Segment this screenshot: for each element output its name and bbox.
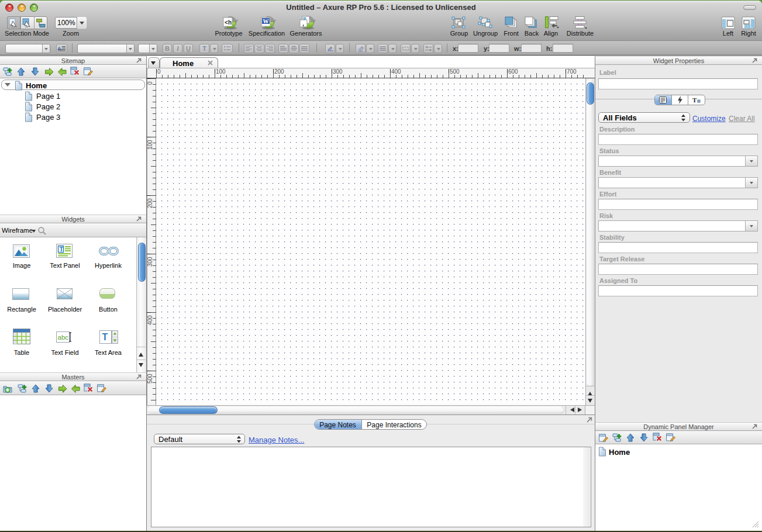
svg-text:abc: abc (58, 334, 69, 341)
svg-text:T: T (102, 332, 108, 342)
svg-text:,: , (302, 20, 304, 27)
svg-text:<h: <h (225, 20, 232, 26)
svg-text:T: T (692, 96, 697, 103)
svg-text:T: T (60, 246, 64, 253)
svg-text:W: W (263, 18, 269, 25)
